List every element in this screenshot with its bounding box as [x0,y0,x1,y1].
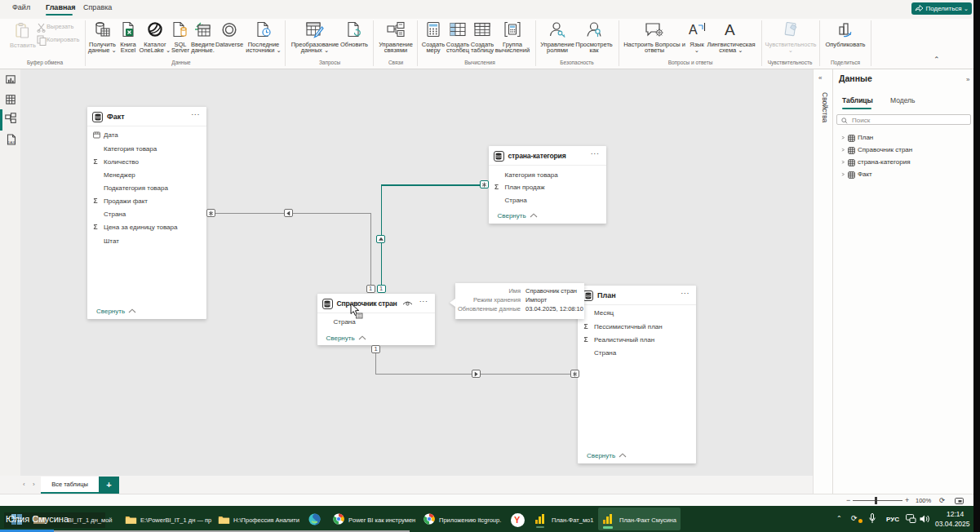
svg-text:A: A [725,21,735,38]
svg-text:A: A [689,23,698,37]
svg-text:DAX: DAX [8,140,16,144]
